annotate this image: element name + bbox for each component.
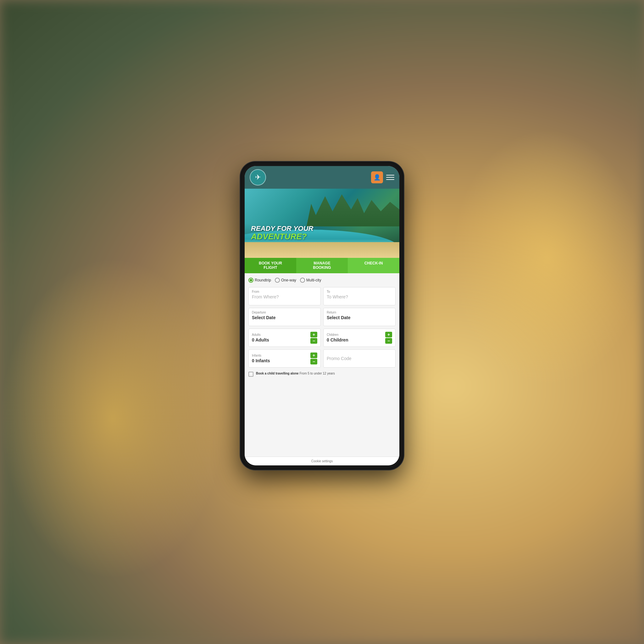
logo[interactable]: ✈ [250,169,266,186]
radio-roundtrip-inner [250,279,252,281]
children-info: Children 0 Children [327,333,385,342]
infants-label: Infants [252,354,310,357]
children-increment[interactable]: + [385,332,392,337]
from-field[interactable]: From From Where? [248,287,321,305]
children-value: 0 Children [327,337,385,342]
tab-checkin[interactable]: CHECK-IN [348,258,399,273]
trip-type-selector: Roundtrip One-way Multi-city [248,278,396,283]
flight-booking-form: Roundtrip One-way Multi-city From [245,273,399,457]
departure-value: Select Date [252,315,317,320]
adults-info: Adults 0 Adults [252,333,310,342]
to-label: To [327,290,392,293]
hero-text: READY FOR YOUR ADVENTURE? [251,225,313,241]
radio-multicity-outer [300,278,305,283]
phone-screen: ✈ 👤 [245,166,399,465]
radio-roundtrip[interactable]: Roundtrip [248,278,271,283]
tab-book-flight-label: BOOK YOURFLIGHT [259,261,282,270]
phone-wrapper: ✈ 👤 [240,162,404,470]
hero-sand [245,242,399,258]
adults-decrement[interactable]: − [310,338,317,344]
return-label: Return [327,311,392,314]
return-value: Select Date [327,315,392,320]
children-stepper: Children 0 Children + − [323,329,396,347]
adults-label: Adults [252,333,310,336]
hero-title-line1: READY FOR YOUR [251,225,313,232]
dates-row: Departure Select Date Return Select Date [248,308,396,326]
hero-section: READY FOR YOUR ADVENTURE? [245,189,399,258]
adults-increment[interactable]: + [310,332,317,337]
cookie-settings-bar[interactable]: Cookie settings [245,457,399,465]
menu-line-1 [386,175,394,175]
infants-stepper-buttons: + − [310,353,317,364]
radio-oneway-outer [275,278,280,283]
radio-roundtrip-outer [248,278,253,283]
header-right: 👤 [371,171,394,183]
promo-code-placeholder: Promo Code [327,356,352,361]
radio-oneway[interactable]: One-way [275,278,296,283]
header-bar: ✈ 👤 [245,166,399,189]
departure-field[interactable]: Departure Select Date [248,308,321,326]
from-label: From [252,290,317,293]
menu-line-3 [386,179,394,180]
bg-highlight-right [451,129,644,386]
radio-multicity-label: Multi-city [306,278,321,282]
child-alone-detail-text: From 5 to under 12 years [299,372,335,375]
adults-stepper-buttons: + − [310,332,317,344]
children-stepper-buttons: + − [385,332,392,344]
radio-roundtrip-label: Roundtrip [255,278,271,282]
promo-code-field[interactable]: Promo Code [323,349,396,368]
infants-decrement[interactable]: − [310,359,317,364]
children-label: Children [327,333,385,336]
radio-multicity[interactable]: Multi-city [300,278,321,283]
infants-stepper: Infants 0 Infants + − [248,349,321,368]
cookie-settings-label: Cookie settings [311,459,333,463]
to-value: To Where? [327,294,392,299]
to-field[interactable]: To To Where? [323,287,396,305]
child-alone-checkbox[interactable] [248,372,253,377]
tab-navigation: BOOK YOURFLIGHT MANAGEBOOKING CHECK-IN [245,258,399,273]
from-value: From Where? [252,294,317,299]
tab-book-flight[interactable]: BOOK YOURFLIGHT [245,258,296,273]
pax-row: Adults 0 Adults + − Children 0 Children [248,329,396,347]
child-alone-row: Book a child travelling alone From 5 to … [248,370,396,378]
menu-button[interactable] [386,175,394,180]
bg-highlight-left [0,258,225,580]
departure-label: Departure [252,311,317,314]
tab-manage-booking-label: MANAGEBOOKING [313,261,331,270]
user-icon: 👤 [374,174,380,181]
tab-manage-booking[interactable]: MANAGEBOOKING [296,258,348,273]
child-alone-strong: Book a child travelling alone [256,372,299,375]
return-field[interactable]: Return Select Date [323,308,396,326]
adults-stepper: Adults 0 Adults + − [248,329,321,347]
adults-value: 0 Adults [252,337,310,342]
infants-value: 0 Infants [252,358,310,363]
user-button[interactable]: 👤 [371,171,383,183]
logo-icon: ✈ [255,173,261,181]
infants-increment[interactable]: + [310,353,317,358]
menu-line-2 [386,177,394,178]
origin-destination-row: From From Where? To To Where? [248,287,396,305]
hero-title-line2: ADVENTURE? [251,232,313,241]
phone-frame: ✈ 👤 [240,162,404,470]
tab-checkin-label: CHECK-IN [364,261,383,265]
infants-info: Infants 0 Infants [252,354,310,363]
child-alone-label: Book a child travelling alone From 5 to … [256,371,335,375]
infants-promo-row: Infants 0 Infants + − Promo Code [248,349,396,368]
radio-oneway-label: One-way [281,278,296,282]
children-decrement[interactable]: − [385,338,392,344]
